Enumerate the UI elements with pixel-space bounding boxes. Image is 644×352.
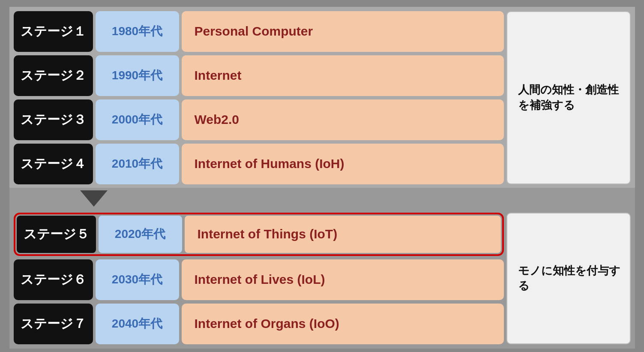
highlighted-row: ステージ５ 2020年代 Internet of Things (IoT)	[14, 213, 504, 256]
tech-cell-5: Internet of Things (IoT)	[185, 216, 501, 253]
bottom-group: ステージ５ 2020年代 Internet of Things (IoT) ステ…	[9, 209, 635, 349]
decade-cell-7: 2040年代	[96, 304, 179, 344]
decade-label-4: 2010年代	[112, 156, 162, 172]
decade-cell-1: 1980年代	[96, 11, 179, 52]
tech-cell-2: Internet	[182, 55, 504, 96]
stage-cell-4: ステージ４	[14, 144, 93, 184]
arrow-row	[9, 188, 635, 209]
table-row: ステージ４ 2010年代 Internet of Humans (IoH)	[14, 144, 504, 184]
decade-label-3: 2000年代	[112, 111, 162, 128]
side-label-top-text: 人間の知性・創造性を補強する	[518, 82, 619, 112]
table-row: ステージ３ 2000年代 Web2.0	[14, 99, 504, 140]
stage-label-3: ステージ３	[21, 111, 86, 129]
tech-label-3: Web2.0	[195, 112, 240, 127]
decade-cell-2: 1990年代	[96, 55, 179, 96]
stage-cell-1: ステージ１	[14, 11, 93, 52]
decade-cell-3: 2000年代	[96, 99, 179, 140]
top-rows: ステージ１ 1980年代 Personal Computer ステージ２ 199…	[14, 11, 504, 184]
side-label-bottom-text: モノに知性を付与する	[518, 263, 630, 293]
decade-label-7: 2040年代	[112, 316, 162, 332]
tech-label-5: Internet of Things (IoT)	[198, 227, 338, 241]
decade-cell-6: 2030年代	[96, 259, 179, 300]
stage-label-6: ステージ６	[21, 271, 86, 289]
tech-label-4: Internet of Humans (IoH)	[195, 156, 344, 171]
decade-label-5: 2020年代	[115, 226, 165, 242]
tech-label-6: Internet of Lives (IoL)	[195, 272, 325, 287]
stage-cell-5: ステージ５	[17, 216, 96, 253]
top-group: ステージ１ 1980年代 Personal Computer ステージ２ 199…	[9, 7, 635, 188]
bottom-rows: ステージ５ 2020年代 Internet of Things (IoT) ステ…	[14, 213, 504, 344]
stage-cell-2: ステージ２	[14, 55, 93, 96]
table-row: ステージ２ 1990年代 Internet	[14, 55, 504, 96]
stage-label-2: ステージ２	[21, 67, 86, 84]
stage-cell-6: ステージ６	[14, 259, 93, 300]
table-row: ステージ１ 1980年代 Personal Computer	[14, 11, 504, 52]
tech-label-1: Personal Computer	[195, 24, 313, 39]
stage-cell-7: ステージ７	[14, 304, 93, 344]
chevron-down-icon	[80, 190, 108, 207]
table-row: ステージ６ 2030年代 Internet of Lives (IoL)	[14, 259, 504, 300]
tech-label-7: Internet of Organs (IoO)	[195, 316, 339, 331]
side-label-bottom: モノに知性を付与する	[506, 213, 631, 344]
stage-label-5: ステージ５	[24, 226, 89, 243]
stage-label-1: ステージ１	[21, 23, 86, 40]
stage-label-4: ステージ４	[21, 155, 86, 173]
decade-label-2: 1990年代	[112, 67, 162, 84]
stage-label-7: ステージ７	[21, 315, 86, 333]
tech-cell-7: Internet of Organs (IoO)	[182, 304, 504, 344]
tech-label-2: Internet	[195, 68, 242, 83]
stage-cell-3: ステージ３	[14, 99, 93, 140]
tech-cell-4: Internet of Humans (IoH)	[182, 144, 504, 184]
side-label-top: 人間の知性・創造性を補強する	[506, 11, 631, 184]
tech-cell-1: Personal Computer	[182, 11, 504, 52]
decade-label-1: 1980年代	[112, 23, 162, 39]
tech-cell-6: Internet of Lives (IoL)	[182, 259, 504, 300]
table-row: ステージ７ 2040年代 Internet of Organs (IoO)	[14, 304, 504, 344]
main-container: ステージ１ 1980年代 Personal Computer ステージ２ 199…	[9, 7, 635, 346]
decade-cell-4: 2010年代	[96, 144, 179, 184]
decade-cell-5: 2020年代	[99, 216, 182, 253]
decade-label-6: 2030年代	[112, 271, 162, 288]
tech-cell-3: Web2.0	[182, 99, 504, 140]
